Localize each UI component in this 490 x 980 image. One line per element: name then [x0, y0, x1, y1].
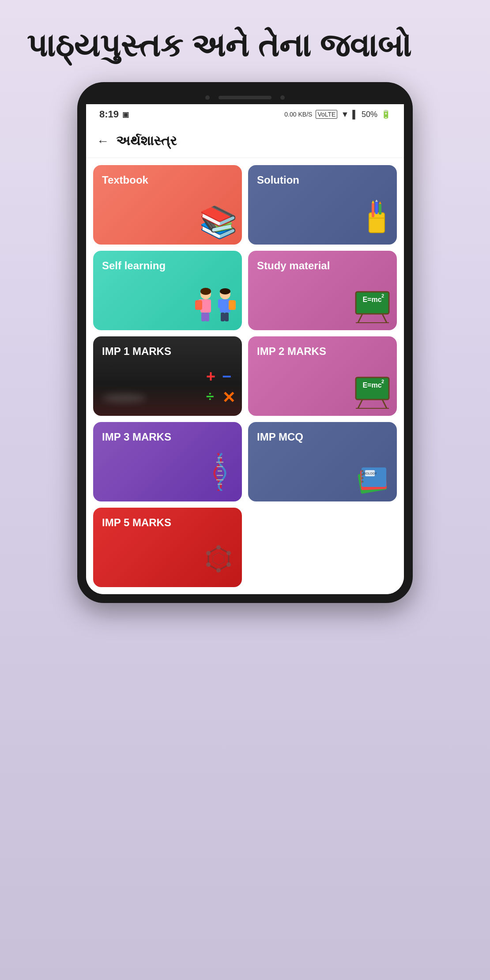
card-imp1marks-label: IMP 1 MARKS: [102, 345, 233, 358]
card-solution[interactable]: Solution: [248, 165, 397, 245]
svg-text:E=mc: E=mc: [362, 381, 381, 389]
svg-text:2: 2: [381, 293, 384, 298]
plus-icon: +: [206, 367, 219, 386]
svg-point-57: [206, 562, 211, 567]
svg-point-22: [220, 288, 230, 294]
svg-rect-20: [221, 313, 225, 321]
divide-icon: ÷: [206, 388, 219, 407]
card-imp5marks-label: IMP 5 MARKS: [102, 516, 233, 529]
svg-point-54: [226, 551, 231, 555]
svg-rect-4: [379, 204, 381, 215]
svg-marker-7: [379, 201, 381, 204]
svg-rect-3: [375, 202, 378, 214]
wifi-icon: ▼: [341, 110, 349, 119]
students-icon: [189, 284, 242, 330]
svg-point-58: [206, 551, 211, 555]
volte-icon: VoLTE: [316, 110, 337, 119]
svg-line-27: [358, 314, 362, 323]
status-bar: 8:19 ▣ 0.00 KB/S VoLTE ▼ ▌ 50% 🔋: [86, 104, 404, 124]
sensor-dot: [280, 95, 285, 100]
status-icons: 0.00 KB/S VoLTE ▼ ▌ 50% 🔋: [284, 109, 391, 119]
chalkboard-icon: E=mc 2: [354, 290, 393, 327]
card-solution-label: Solution: [257, 174, 388, 186]
card-imp1marks[interactable]: IMP 1 MARKS + − ÷ ✕: [93, 336, 242, 416]
svg-line-34: [382, 400, 387, 408]
minus-icon: −: [222, 367, 235, 386]
svg-marker-52: [208, 547, 229, 570]
back-button[interactable]: ←: [97, 134, 109, 148]
svg-marker-59: [213, 553, 224, 565]
battery-text: 50%: [362, 110, 377, 119]
notebooks-icon: BIOLOGY: [353, 459, 395, 498]
card-imp2marks[interactable]: IMP 2 MARKS E=mc 2: [248, 336, 397, 416]
card-grid: Textbook 📚 Solution: [86, 158, 404, 594]
svg-point-51: [362, 481, 364, 483]
camera-dot: [205, 95, 210, 100]
svg-point-50: [362, 477, 364, 479]
card-selflearning[interactable]: Self learning: [93, 251, 242, 330]
speaker-bar: [219, 96, 271, 99]
battery-icon: 🔋: [381, 109, 391, 119]
phone-frame: 8:19 ▣ 0.00 KB/S VoLTE ▼ ▌ 50% 🔋 ← અર્થશ…: [77, 82, 413, 603]
card-imp2marks-label: IMP 2 MARKS: [257, 345, 388, 358]
phone-notch: [86, 91, 404, 104]
svg-rect-0: [369, 213, 384, 233]
svg-rect-11: [207, 299, 210, 308]
svg-rect-15: [195, 300, 202, 310]
card-textbook-label: Textbook: [102, 174, 233, 186]
card-studymaterial[interactable]: Study material E=mc 2: [248, 251, 397, 330]
card-impmcq-label: IMP MCQ: [257, 431, 388, 443]
card-studymaterial-label: Study material: [257, 260, 388, 272]
status-time: 8:19 ▣: [99, 109, 129, 120]
dna-icon: [202, 451, 237, 498]
svg-rect-18: [218, 299, 222, 308]
books-icon: 📚: [199, 204, 237, 240]
svg-marker-5: [372, 200, 374, 203]
times-icon: ✕: [222, 388, 235, 407]
svg-rect-13: [205, 313, 209, 321]
app-bar: ← અર્થશાસ્ત્ર: [86, 124, 404, 158]
network-speed: 0.00 KB/S: [284, 111, 312, 118]
signal-icon: ▌: [352, 110, 358, 119]
svg-marker-6: [375, 200, 378, 202]
pencil-cup-icon: [360, 200, 393, 241]
phone-screen: 8:19 ▣ 0.00 KB/S VoLTE ▼ ▌ 50% 🔋 ← અર્થશ…: [86, 104, 404, 594]
svg-point-48: [362, 470, 364, 472]
svg-point-55: [226, 562, 231, 567]
screen-title: અર્થશાસ્ત્ર: [116, 133, 177, 149]
svg-rect-21: [225, 313, 229, 321]
svg-point-49: [362, 474, 364, 476]
svg-text:E=mc: E=mc: [362, 296, 381, 303]
card-imp3marks-label: IMP 3 MARKS: [102, 431, 233, 443]
card-impmcq[interactable]: IMP MCQ BIOLOGY: [248, 422, 397, 501]
chalkboard-icon-2: E=mc 2: [354, 375, 393, 412]
svg-rect-12: [201, 313, 205, 321]
svg-point-56: [216, 568, 221, 573]
sim-icon: ▣: [122, 110, 129, 119]
molecule-icon: [200, 544, 237, 583]
svg-text:BIOLOGY: BIOLOGY: [363, 472, 377, 475]
card-textbook[interactable]: Textbook 📚: [93, 165, 242, 245]
svg-line-33: [358, 400, 362, 408]
svg-point-14: [200, 288, 211, 295]
card-imp3marks[interactable]: IMP 3 MARKS: [93, 422, 242, 501]
svg-rect-2: [372, 203, 374, 217]
svg-rect-23: [229, 300, 236, 310]
card-selflearning-label: Self learning: [102, 260, 233, 272]
svg-line-28: [382, 314, 387, 323]
svg-point-53: [216, 545, 221, 550]
svg-text:2: 2: [381, 379, 384, 384]
page-title: પાઠ્યપુસ્તક અને તેના જવાબો: [0, 0, 490, 82]
card-imp5marks[interactable]: IMP 5 MARKS: [93, 508, 242, 587]
